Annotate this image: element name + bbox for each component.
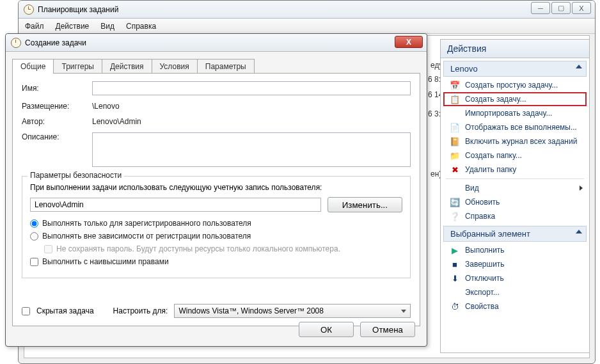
radio-run-logged[interactable] [30,219,38,228]
action-import-task[interactable]: Импортировать задачу... [443,106,587,120]
tab-settings[interactable]: Параметры [197,59,255,74]
menubar: Файл Действие Вид Справка [19,19,595,34]
actions-pane-title: Действия [441,40,589,58]
location-label: Размещение: [22,102,92,111]
tab-conditions[interactable]: Условия [152,59,198,74]
action-label: Создать простую задачу... [465,81,558,90]
action-properties[interactable]: ⏱Свойства [443,299,587,313]
radio-run-any-label: Выполнять вне зависимости от регистрации… [42,232,251,241]
account-value: Lenovo\Admin [30,198,321,212]
action-disable[interactable]: ⬇Отключить [443,271,587,285]
export-icon [450,287,460,297]
action-label: Справка [465,212,495,221]
actions-pane: Действия Lenovo 📅Создать простую задачу.… [440,39,590,353]
radio-run-any[interactable] [30,232,38,241]
ok-button[interactable]: ОК [299,322,354,337]
stop-icon: ■ [450,259,460,269]
actions-group-selected[interactable]: Выбранный элемент [443,226,587,242]
change-user-button[interactable]: Изменить... [328,197,402,212]
list-icon: 📄 [450,122,460,132]
name-input[interactable] [92,81,411,95]
collapse-icon [576,230,582,233]
close-button[interactable]: X [572,2,591,14]
name-label: Имя: [22,84,92,93]
checkbox-hidden-task[interactable] [22,307,30,315]
action-run[interactable]: ▶Выполнить [443,243,587,257]
help-icon: ❔ [450,211,460,221]
action-label: Экспорт... [465,288,500,297]
actions-group-label: Lenovo [450,64,478,74]
author-value: Lenovo\Admin [92,117,141,126]
menu-action[interactable]: Действие [56,22,90,31]
menu-view[interactable]: Вид [100,22,114,31]
collapse-icon [576,65,582,68]
tab-actions[interactable]: Действия [102,59,152,74]
clock-icon [11,38,21,48]
action-create-basic-task[interactable]: 📅Создать простую задачу... [443,78,587,92]
checkbox-no-store-pwd [44,245,52,253]
action-delete-folder[interactable]: ✖Удалить папку [443,162,587,177]
action-view[interactable]: Вид [443,181,587,195]
action-label: Свойства [465,302,499,311]
disable-icon: ⬇ [450,273,460,283]
journal-icon: 📔 [450,136,460,146]
maximize-button[interactable]: ▢ [551,2,571,14]
minimize-button[interactable]: ─ [531,2,550,14]
import-icon [450,108,460,118]
actions-group-lenovo[interactable]: Lenovo [443,61,587,77]
cancel-button[interactable]: Отмена [360,322,415,337]
action-label: Выполнить [465,246,505,255]
location-value: \Lenovo [92,102,120,111]
chevron-down-icon [401,310,406,313]
action-show-running[interactable]: 📄Отображать все выполняемы... [443,120,587,134]
action-enable-history[interactable]: 📔Включить журнал всех заданий [443,134,587,148]
action-label: Отображать все выполняемы... [465,123,577,132]
action-label: Включить журнал всех заданий [465,137,577,146]
action-export[interactable]: Экспорт... [443,285,587,299]
calendar-icon: 📅 [450,80,460,90]
chevron-right-icon [580,186,583,191]
create-task-dialog: Создание задачи X Общие Триггеры Действи… [5,33,427,347]
configure-for-combo[interactable]: Windows Vista™, Windows Server™ 2008 [174,304,411,318]
checkbox-highest-priv[interactable] [30,258,38,266]
action-help[interactable]: ❔Справка [443,209,587,223]
security-groupbox: Параметры безопасности При выполнении за… [22,176,411,278]
dialog-close-button[interactable]: X [395,36,423,48]
folder-icon: 📁 [450,150,460,161]
tab-triggers[interactable]: Триггеры [53,59,102,74]
action-new-folder[interactable]: 📁Создать папку... [443,148,587,162]
main-titlebar[interactable]: Планировщик заданий ─ ▢ X [19,1,595,19]
action-label: Вид [465,184,479,193]
description-input[interactable] [92,132,411,167]
clock-icon [24,4,34,15]
blank-icon [450,183,460,193]
action-label: Создать задачу... [465,95,526,104]
radio-run-logged-label: Выполнять только для зарегистрированного… [42,219,251,228]
dialog-titlebar[interactable]: Создание задачи X [6,34,427,52]
description-label: Описание: [22,132,92,141]
author-label: Автор: [22,117,92,126]
separator [446,178,584,179]
dialog-title: Создание задачи [25,38,86,47]
tabstrip: Общие Триггеры Действия Условия Параметр… [6,52,427,73]
actions-group-label: Выбранный элемент [450,229,530,239]
configure-for-label: Настроить для: [113,306,168,315]
action-label: Обновить [465,198,500,207]
menu-help[interactable]: Справка [126,22,156,31]
configure-for-value: Windows Vista™, Windows Server™ 2008 [178,306,324,315]
task-icon: 📋 [450,94,460,104]
action-create-task[interactable]: 📋Создать задачу... [443,92,587,106]
tab-general[interactable]: Общие [12,59,54,74]
action-label: Отключить [465,274,504,283]
no-store-pwd-label: Не сохранять пароль. Будут доступны ресу… [56,244,340,253]
highest-priv-label: Выполнить с наивысшими правами [42,257,169,266]
hidden-task-label: Скрытая задача [36,306,94,315]
action-label: Завершить [465,260,505,269]
refresh-icon: 🔄 [450,197,460,207]
action-label: Удалить папку [465,165,516,174]
action-label: Импортировать задачу... [465,109,552,118]
menu-file[interactable]: Файл [25,22,44,31]
action-refresh[interactable]: 🔄Обновить [443,195,587,209]
security-legend: Параметры безопасности [28,171,124,180]
action-end[interactable]: ■Завершить [443,257,587,271]
